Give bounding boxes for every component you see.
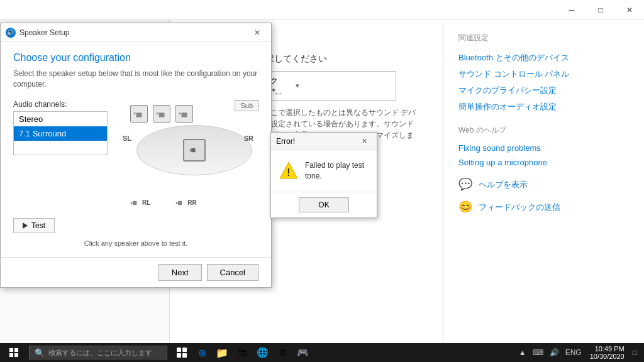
svg-marker-5 — [179, 112, 182, 115]
click-hint: Click any speaker above to test it. — [13, 239, 258, 247]
error-title: Error! — [276, 137, 357, 146]
speaker-dialog-footer: Next Cancel — [1, 257, 271, 287]
start-button[interactable] — [0, 343, 28, 362]
taskbar-chrome-icon[interactable]: 🌐 — [253, 343, 272, 362]
taskbar-search[interactable]: 🔍 検索するには、ここに入力します — [29, 346, 167, 359]
sub-label: Sub — [235, 100, 258, 111]
related-title: 関連設定 — [458, 33, 629, 43]
close-button[interactable]: ✕ — [615, 0, 644, 20]
taskbar-store-icon[interactable]: 🛍 — [233, 343, 252, 362]
speaker-dialog-icon: 🔊 — [6, 28, 16, 38]
speaker-dialog-title: Speaker Setup — [19, 28, 248, 37]
svg-rect-2 — [159, 112, 165, 117]
network-icon[interactable]: ▲ — [517, 348, 528, 357]
next-button[interactable]: Next — [158, 264, 202, 281]
speaker-fl[interactable] — [130, 105, 148, 123]
link-bluetooth[interactable]: Bluetooth とその他のデバイス — [458, 52, 629, 63]
speaker-sr-label: SR — [244, 134, 253, 142]
taskbar-right: ▲ ⌨ 🔊 ENG 10:49 PM 10/30/2020 □ — [517, 344, 644, 361]
lang-label[interactable]: ENG — [564, 348, 584, 357]
taskbar-explorer-icon[interactable]: 📁 — [213, 343, 231, 362]
link-sound-panel[interactable]: サウンド コントロール パネル — [458, 69, 629, 80]
error-titlebar: Error! ✕ — [271, 133, 377, 150]
settings-titlebar: ─ □ ✕ — [0, 0, 644, 20]
speaker-setup-dialog: 🔊 Speaker Setup ✕ Choose your configurat… — [0, 23, 272, 288]
search-icon: 🔍 — [35, 348, 45, 358]
taskbar-app2-icon[interactable]: ⚙ — [273, 343, 292, 362]
test-label: Test — [31, 221, 45, 230]
clock-time: 10:49 PM — [590, 345, 625, 353]
speaker-sl-label: SL — [123, 134, 131, 142]
svg-rect-0 — [136, 112, 142, 117]
taskbar-view-icon[interactable] — [172, 343, 191, 362]
notification-icon[interactable]: □ — [631, 348, 639, 357]
help-display-action[interactable]: 💬 ヘルプを表示 — [458, 177, 629, 192]
svg-marker-11 — [176, 201, 178, 204]
volume-icon[interactable]: 🔊 — [548, 348, 561, 357]
speaker-dialog-close[interactable]: ✕ — [248, 24, 266, 41]
svg-marker-7 — [190, 148, 191, 151]
cancel-button[interactable]: Cancel — [207, 264, 258, 281]
error-dialog: Error! ✕ ! Failed to play test tone. OK — [270, 132, 377, 218]
svg-rect-8 — [133, 200, 136, 204]
taskbar-edge-icon[interactable]: ⊕ — [192, 343, 211, 362]
error-footer: OK — [271, 192, 377, 217]
svg-text:!: ! — [287, 167, 290, 178]
speaker-dialog-titlebar: 🔊 Speaker Setup ✕ — [1, 23, 271, 42]
svg-marker-3 — [157, 112, 159, 115]
link-fixing-sound[interactable]: Fixing sound problems — [458, 143, 629, 153]
speaker-fr[interactable] — [175, 105, 193, 123]
svg-rect-14 — [177, 348, 181, 352]
svg-rect-10 — [178, 200, 182, 204]
warning-icon: ! — [279, 160, 299, 180]
feedback-action[interactable]: 😊 フィードバックの送信 — [458, 200, 629, 215]
svg-rect-15 — [182, 348, 187, 352]
speaker-rl-label: RL — [142, 199, 150, 206]
svg-rect-6 — [191, 148, 195, 151]
minimize-button[interactable]: ─ — [557, 0, 586, 20]
feedback-icon: 😊 — [458, 200, 474, 215]
svg-marker-1 — [134, 112, 136, 115]
config-desc: Select the speaker setup below that is m… — [13, 69, 258, 90]
speaker-rr-label: RR — [187, 199, 196, 206]
speaker-fc[interactable] — [153, 105, 170, 123]
maximize-button[interactable]: □ — [586, 0, 615, 20]
center-speaker-node[interactable] — [183, 139, 206, 162]
ok-button[interactable]: OK — [299, 197, 349, 212]
dropdown-arrow-icon: ▾ — [296, 82, 389, 90]
speaker-rr-group[interactable]: RR — [175, 198, 196, 208]
channel-stereo[interactable]: Stereo — [14, 112, 107, 126]
svg-marker-9 — [131, 201, 133, 204]
test-button[interactable]: Test — [13, 218, 55, 233]
svg-rect-16 — [177, 353, 181, 358]
help-icon: 💬 — [458, 177, 474, 192]
channels-label: Audio channels: — [13, 100, 108, 109]
speaker-rl-group[interactable]: RL — [130, 198, 150, 208]
speaker-dialog-body: Choose your configuration Select the spe… — [1, 42, 271, 257]
channel-list: Stereo 7.1 Surround — [13, 111, 108, 155]
search-placeholder-text: 検索するには、ここに入力します — [48, 348, 152, 358]
taskbar-app-icons: ⊕ 📁 🛍 🌐 ⚙ 🎮 — [172, 343, 312, 362]
right-panel: 関連設定 Bluetooth とその他のデバイス サウンド コントロール パネル… — [443, 20, 644, 343]
error-close-button[interactable]: ✕ — [357, 134, 372, 149]
feedback-label: フィードバックの送信 — [479, 202, 560, 213]
taskbar: 🔍 検索するには、ここに入力します ⊕ 📁 🛍 🌐 ⚙ 🎮 ▲ ⌨ 🔊 ENG — [0, 343, 644, 362]
clock: 10:49 PM 10/30/2020 — [586, 344, 628, 361]
speaker-center-circle — [136, 125, 252, 175]
link-mic-privacy[interactable]: マイクのプライバシー設定 — [458, 85, 629, 96]
keyboard-icon[interactable]: ⌨ — [531, 348, 545, 357]
config-title: Choose your configuration — [13, 52, 258, 63]
link-setting-mic[interactable]: Setting up a microphone — [458, 158, 629, 167]
svg-rect-17 — [182, 353, 187, 358]
link-audio-settings[interactable]: 簡単操作のオーディオ設定 — [458, 101, 629, 112]
start-icon — [9, 348, 18, 357]
error-body: ! Failed to play test tone. — [271, 150, 377, 192]
web-help-title: Web のヘルプ — [458, 125, 629, 136]
play-icon — [23, 222, 28, 229]
clock-date: 10/30/2020 — [590, 353, 625, 360]
help-label: ヘルプを表示 — [479, 179, 528, 190]
channel-surround[interactable]: 7.1 Surround — [14, 126, 107, 141]
taskbar-app3-icon[interactable]: 🎮 — [293, 343, 312, 362]
error-message: Failed to play test tone. — [305, 160, 369, 182]
svg-rect-4 — [182, 112, 187, 117]
